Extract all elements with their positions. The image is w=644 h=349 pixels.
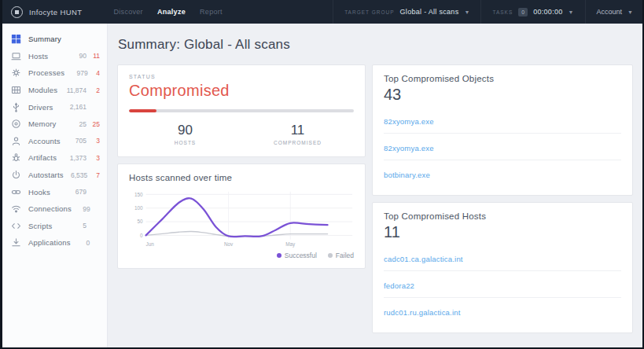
hosts-list: cadc01.ca.galactica.intfedora22rudc01.ru… bbox=[384, 244, 621, 324]
item-alert-count: 7 bbox=[87, 171, 100, 179]
list-item: botbinary.exe bbox=[384, 160, 621, 186]
item-alert-count: 3 bbox=[86, 137, 100, 145]
item-link[interactable]: 82xyomya.exe bbox=[384, 144, 434, 152]
list-item: 82xyomya.exe bbox=[384, 134, 621, 160]
list-item: 82xyomya.exe bbox=[384, 107, 621, 134]
item-count: 99 bbox=[72, 205, 90, 213]
list-item: rudc01.ru.galactica.int bbox=[384, 298, 621, 324]
sidebar-item-applications[interactable]: Applications 0 bbox=[0, 234, 107, 252]
sidebar-item-hooks[interactable]: Hooks 679 bbox=[0, 183, 107, 200]
item-alert-count: 11 bbox=[86, 52, 100, 60]
card-title: Top Compromised Hosts bbox=[384, 211, 621, 221]
primary-nav: DiscoverAnalyzeReport bbox=[114, 0, 223, 24]
card-title: Top Compromised Objects bbox=[384, 74, 621, 83]
item-count: 0 bbox=[71, 239, 90, 247]
item-count: 25 bbox=[61, 120, 86, 128]
status-value: Compromised bbox=[129, 82, 354, 100]
stat-value: 11 bbox=[241, 123, 354, 138]
nav-link-discover[interactable]: Discover bbox=[114, 8, 143, 16]
tasks-dropdown[interactable]: TASKS 0 00:00:00 ▼ bbox=[480, 0, 584, 24]
top-navbar: Infocyte HUNT DiscoverAnalyzeReport TARG… bbox=[0, 0, 644, 24]
item-count: 5 bbox=[61, 222, 86, 230]
legend-item-failed[interactable]: Failed bbox=[328, 252, 354, 259]
item-count: 6,535 bbox=[64, 171, 88, 179]
item-count: 1,373 bbox=[61, 154, 86, 162]
svg-text:100: 100 bbox=[134, 205, 143, 211]
memory-icon bbox=[10, 119, 21, 130]
legend-dot-icon bbox=[277, 253, 282, 258]
legend-dot-icon bbox=[328, 253, 333, 258]
sidebar-item-drivers[interactable]: Drivers 2,161 bbox=[0, 98, 107, 116]
sidebar-item-summary[interactable]: Summary bbox=[0, 31, 107, 48]
chevron-down-icon: ▼ bbox=[627, 9, 633, 15]
accounts-icon bbox=[10, 135, 21, 146]
svg-text:150: 150 bbox=[134, 192, 143, 197]
target-group-dropdown[interactable]: TARGET GROUP Global - All scans ▼ bbox=[333, 0, 480, 24]
item-alert-count: 3 bbox=[86, 154, 100, 162]
sidebar-item-modules[interactable]: Modules 11,874 2 bbox=[0, 82, 107, 99]
chevron-down-icon: ▼ bbox=[569, 9, 574, 15]
drivers-icon bbox=[10, 101, 21, 112]
svg-text:Jun: Jun bbox=[146, 241, 155, 247]
hosts-scanned-chart-card: Hosts scanned over time 050100150JunNovM… bbox=[117, 163, 366, 269]
sidebar-item-autostarts[interactable]: Autostarts 6,535 7 bbox=[0, 167, 107, 184]
stat: 11 COMPROMISED bbox=[241, 123, 354, 145]
page-title: Summary: Global - All scans bbox=[118, 37, 637, 53]
artifacts-icon bbox=[10, 152, 21, 163]
legend-label: Failed bbox=[336, 252, 354, 259]
stat-label: HOSTS bbox=[129, 140, 241, 145]
item-count: 90 bbox=[61, 52, 86, 60]
series-line-successful bbox=[146, 198, 328, 237]
account-dropdown[interactable]: Account ▼ bbox=[585, 0, 644, 24]
nav-link-analyze[interactable]: Analyze bbox=[157, 8, 186, 16]
sidebar-item-memory[interactable]: Memory 25 25 bbox=[0, 116, 107, 133]
tasks-count-badge: 0 bbox=[518, 8, 528, 17]
card-count: 43 bbox=[384, 86, 621, 104]
item-link[interactable]: fedora22 bbox=[384, 281, 414, 290]
target-group-label: TARGET GROUP bbox=[344, 9, 394, 15]
svg-text:50: 50 bbox=[138, 219, 144, 224]
compromise-progress-bar bbox=[129, 109, 354, 112]
status-stats: 90 HOSTS 11 COMPROMISED bbox=[129, 123, 354, 148]
navbar-right: TARGET GROUP Global - All scans ▼ TASKS … bbox=[333, 0, 644, 24]
sidebar-item-hosts[interactable]: Hosts 90 11 bbox=[0, 48, 107, 65]
item-link[interactable]: 82xyomya.exe bbox=[384, 117, 434, 126]
target-group-value: Global - All scans bbox=[400, 8, 459, 16]
item-count: 979 bbox=[64, 69, 88, 77]
stat-value: 90 bbox=[129, 123, 241, 138]
item-count: 2,161 bbox=[61, 103, 86, 111]
sidebar: Summary Hosts 90 11 Processes 979 4 Modu… bbox=[0, 24, 108, 349]
account-label: Account bbox=[597, 8, 623, 16]
sidebar-item-accounts[interactable]: Accounts 705 3 bbox=[0, 133, 107, 150]
brand[interactable]: Infocyte HUNT bbox=[0, 0, 92, 24]
connections-icon bbox=[10, 204, 21, 215]
hosts-icon bbox=[10, 50, 21, 61]
tasks-timer: 00:00:00 bbox=[533, 8, 562, 16]
sidebar-item-processes[interactable]: Processes 979 4 bbox=[0, 64, 107, 82]
modules-icon bbox=[10, 85, 21, 96]
item-alert-count: 25 bbox=[86, 120, 100, 128]
item-count: 11,874 bbox=[61, 86, 86, 94]
applications-icon bbox=[10, 237, 21, 248]
item-link[interactable]: rudc01.ru.galactica.int bbox=[384, 308, 461, 317]
chart-legend: SuccessfulFailed bbox=[129, 252, 354, 259]
hooks-icon bbox=[10, 186, 21, 197]
item-link[interactable]: botbinary.exe bbox=[384, 171, 430, 179]
infocyte-logo-icon bbox=[11, 6, 23, 18]
top-compromised-objects-card: Top Compromised Objects 43 82xyomya.exe8… bbox=[372, 64, 633, 196]
nav-link-report[interactable]: Report bbox=[200, 8, 223, 16]
autostarts-icon bbox=[10, 170, 21, 181]
chart-svg: 050100150JunNovMay bbox=[129, 187, 354, 250]
stat: 90 HOSTS bbox=[129, 123, 241, 145]
sidebar-item-scripts[interactable]: Scripts 5 bbox=[0, 218, 107, 235]
sidebar-item-artifacts[interactable]: Artifacts 1,373 3 bbox=[0, 149, 107, 167]
sidebar-item-connections[interactable]: Connections 99 bbox=[0, 200, 107, 218]
status-label: STATUS bbox=[129, 74, 354, 79]
legend-item-successful[interactable]: Successful bbox=[277, 252, 317, 259]
status-card: STATUS Compromised 90 HOSTS 11 COMPROMIS… bbox=[117, 64, 366, 157]
tasks-label: TASKS bbox=[492, 9, 513, 15]
item-link[interactable]: cadc01.ca.galactica.int bbox=[384, 255, 463, 263]
scripts-icon bbox=[10, 220, 21, 231]
svg-text:Nov: Nov bbox=[224, 241, 234, 247]
main-content: Summary: Global - All scans STATUS Compr… bbox=[108, 24, 644, 349]
